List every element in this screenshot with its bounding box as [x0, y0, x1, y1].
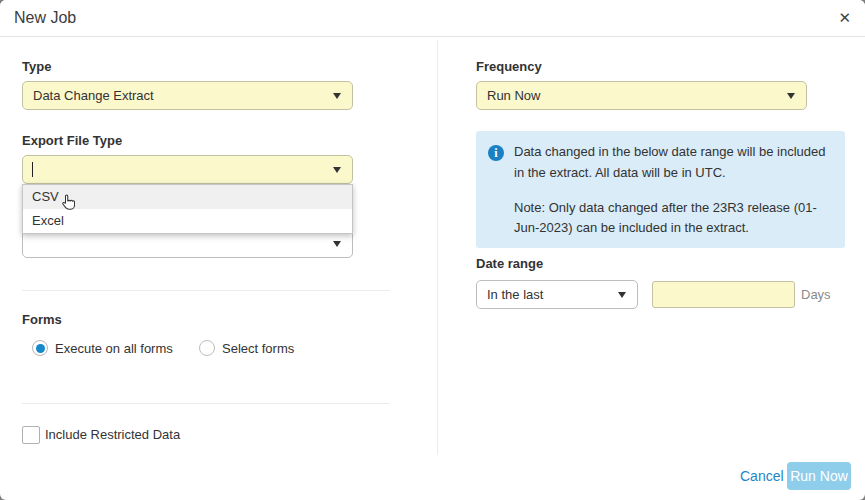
frequency-label: Frequency — [476, 59, 542, 74]
frequency-select[interactable]: Run Now — [476, 81, 807, 110]
close-icon[interactable]: ✕ — [838, 8, 851, 28]
type-select[interactable]: Data Change Extract — [22, 81, 353, 110]
run-now-button[interactable]: Run Now — [787, 462, 851, 490]
type-label: Type — [22, 59, 51, 74]
info-line-2: Note: Only data changed after the 23R3 r… — [514, 198, 831, 240]
include-restricted-label: Include Restricted Data — [45, 427, 180, 442]
date-range-condition-select[interactable]: In the last — [476, 280, 638, 309]
radio-execute-all-forms-label: Execute on all forms — [55, 341, 173, 356]
include-restricted-checkbox[interactable] — [22, 426, 40, 444]
text-cursor — [32, 162, 33, 177]
date-range-condition-value: In the last — [487, 287, 543, 302]
section-divider — [22, 290, 390, 291]
chevron-down-icon — [333, 167, 341, 173]
date-range-days-input[interactable] — [652, 281, 795, 308]
radio-execute-all-forms[interactable] — [32, 340, 48, 356]
forms-label: Forms — [22, 312, 62, 327]
export-file-type-menu: CSV Excel — [22, 184, 353, 234]
export-file-type-select[interactable] — [22, 155, 353, 184]
chevron-down-icon — [333, 241, 341, 247]
dialog-header: New Job ✕ — [0, 0, 865, 37]
column-divider — [437, 40, 438, 455]
radio-select-forms-label: Select forms — [222, 341, 294, 356]
menu-option-csv[interactable]: CSV — [23, 185, 352, 209]
info-line-1: Data changed in the below date range wil… — [514, 142, 831, 184]
frequency-select-value: Run Now — [487, 88, 540, 103]
info-box: i Data changed in the below date range w… — [476, 131, 845, 248]
chevron-down-icon — [618, 292, 626, 298]
type-select-value: Data Change Extract — [33, 88, 154, 103]
days-unit-label: Days — [801, 287, 831, 302]
section-divider — [22, 403, 390, 404]
chevron-down-icon — [333, 93, 341, 99]
radio-select-forms[interactable] — [199, 340, 215, 356]
chevron-down-icon — [787, 93, 795, 99]
cancel-button[interactable]: Cancel — [740, 468, 784, 484]
new-job-dialog: New Job ✕ Type Data Change Extract Expor… — [0, 0, 865, 500]
dialog-title: New Job — [14, 9, 76, 27]
date-range-label: Date range — [476, 256, 543, 271]
export-file-type-label: Export File Type — [22, 133, 122, 148]
info-text: Data changed in the below date range wil… — [514, 142, 831, 253]
menu-option-excel[interactable]: Excel — [23, 209, 352, 233]
info-icon: i — [488, 145, 504, 161]
